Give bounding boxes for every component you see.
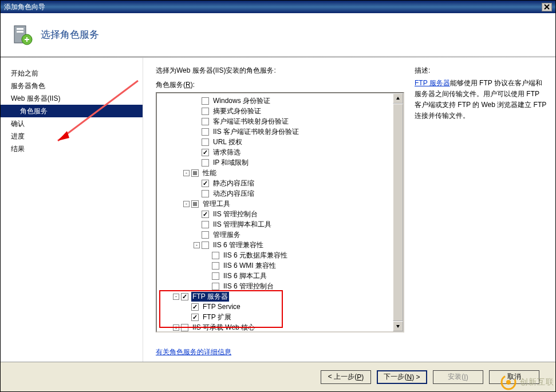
checkbox[interactable] (181, 324, 188, 331)
tree-row[interactable]: 请求筛选 (157, 147, 393, 157)
checkbox[interactable] (212, 252, 219, 259)
expand-icon[interactable]: + (173, 324, 179, 331)
collapse-icon[interactable]: - (183, 201, 190, 207)
tree-item-label: IIS 管理脚本和工具 (212, 220, 273, 229)
tree-item-label: 管理服务 (212, 230, 242, 240)
tree-item-label: FTP 扩展 (202, 312, 232, 322)
tree-row[interactable]: IIS 6 WMI 兼容性 (157, 260, 393, 271)
tree-item-label: 静态内容压缩 (212, 179, 255, 188)
watermark-icon (500, 374, 516, 390)
tree-row[interactable]: FTP Service (157, 302, 393, 312)
checkbox[interactable] (191, 200, 199, 208)
tree-row[interactable]: IIS 6 脚本工具 (157, 271, 393, 281)
sidebar-item[interactable]: 确认 (1, 117, 143, 130)
collapse-icon[interactable]: - (183, 170, 190, 176)
sidebar-item[interactable]: 结果 (1, 142, 143, 155)
sidebar-item[interactable]: 进度 (1, 130, 143, 142)
tree-wrapper: Windows 身份验证摘要式身份验证客户端证书映射身份验证IIS 客户端证书映… (156, 92, 404, 340)
intro-text: 选择为Web 服务器(IIS)安装的角色服务: (156, 66, 404, 76)
checkbox[interactable] (202, 241, 209, 249)
list-label: 角色服务(R): (156, 80, 404, 90)
checkbox[interactable] (202, 211, 209, 218)
sidebar-item[interactable]: 角色服务 (1, 105, 143, 117)
prev-button[interactable]: < 上一步(P) (321, 370, 371, 384)
tree-row[interactable]: IIS 管理脚本和工具 (157, 219, 393, 229)
title-bar: 添加角色向导 (1, 1, 555, 13)
sidebar-item[interactable]: Web 服务器(IIS) (1, 92, 143, 105)
tree-item-label: 管理工具 (202, 199, 231, 209)
checkbox[interactable] (202, 180, 209, 187)
tree-item-label: 请求筛选 (212, 148, 242, 157)
tree-item-label: 摘要式身份验证 (212, 106, 262, 116)
checkbox[interactable] (181, 293, 188, 300)
tree-row[interactable]: 摘要式身份验证 (157, 106, 393, 116)
body: 开始之前服务器角色Web 服务器(IIS)角色服务确认进度结果 选择为Web 服… (1, 58, 555, 362)
checkbox[interactable] (202, 159, 209, 167)
checkbox[interactable] (202, 108, 209, 115)
svg-marker-6 (396, 97, 400, 100)
checkbox[interactable] (212, 262, 219, 270)
tree-row[interactable]: +IIS 可承载 Web 核心 (157, 322, 393, 331)
tree-row[interactable]: IIS 管理控制台 (157, 209, 393, 219)
scroll-up[interactable] (393, 93, 403, 104)
tree-row[interactable]: -IIS 6 管理兼容性 (157, 240, 393, 250)
header-band: 选择角色服务 (1, 13, 555, 57)
tree-item-label: URL 授权 (212, 137, 243, 147)
tree-item-label: IIS 6 WMI 兼容性 (222, 261, 277, 271)
wizard-window: 添加角色向导 选择角色服务 开始之前服务器角色Web 服务器(IIS)角色服务确… (0, 0, 556, 392)
checkbox[interactable] (202, 149, 209, 156)
tree-row[interactable]: Windows 身份验证 (157, 96, 393, 106)
checkbox[interactable] (212, 283, 219, 290)
tree-item-label: 客户端证书映射身份验证 (212, 117, 290, 126)
scrollbar[interactable] (393, 93, 403, 331)
role-services-tree[interactable]: Windows 身份验证摘要式身份验证客户端证书映射身份验证IIS 客户端证书映… (157, 93, 393, 331)
tree-row[interactable]: 管理服务 (157, 229, 393, 240)
tree-row[interactable]: IIS 6 管理控制台 (157, 281, 393, 291)
description-column: 描述: FTP 服务器能够使用 FTP 协议在客户端和服务器之间传输文件。用户可… (404, 66, 547, 357)
form-column: 选择为Web 服务器(IIS)安装的角色服务: 角色服务(R): Windows… (156, 66, 404, 357)
checkbox[interactable] (202, 231, 209, 239)
tree-row[interactable]: -性能 (157, 168, 393, 178)
tree-row[interactable]: IIS 客户端证书映射身份验证 (157, 126, 393, 137)
close-button[interactable] (542, 3, 552, 11)
checkbox[interactable] (202, 118, 209, 125)
tree-row[interactable]: -FTP 服务器 (157, 291, 393, 302)
window-title: 添加角色向导 (4, 2, 45, 12)
tree-row[interactable]: IP 和域限制 (157, 157, 393, 168)
collapse-icon[interactable]: - (173, 294, 179, 300)
svg-point-9 (506, 380, 511, 385)
tree-row[interactable]: IIS 6 元数据库兼容性 (157, 250, 393, 260)
scroll-down[interactable] (393, 321, 403, 331)
tree-row[interactable]: URL 授权 (157, 137, 393, 147)
sidebar-item[interactable]: 服务器角色 (1, 80, 143, 92)
description-link[interactable]: FTP 服务器 (415, 79, 450, 87)
checkbox[interactable] (212, 272, 219, 280)
tree-item-label: IIS 6 脚本工具 (222, 271, 268, 281)
tree-item-label: IIS 可承载 Web 核心 (191, 323, 256, 332)
checkbox[interactable] (191, 303, 199, 311)
checkbox[interactable] (202, 138, 209, 146)
checkbox[interactable] (191, 314, 199, 321)
tree-item-label: 性能 (202, 168, 218, 178)
details-link[interactable]: 有关角色服务的详细信息 (156, 348, 231, 356)
checkbox[interactable] (202, 128, 209, 136)
tree-item-label: IP 和域限制 (212, 158, 250, 168)
next-button[interactable]: 下一步(N) > (377, 370, 427, 384)
svg-rect-1 (17, 28, 23, 30)
tree-row[interactable]: 动态内容压缩 (157, 188, 393, 199)
tree-row[interactable]: 静态内容压缩 (157, 178, 393, 188)
sidebar-item[interactable]: 开始之前 (1, 67, 143, 80)
tree-row[interactable]: FTP 扩展 (157, 312, 393, 322)
tree-row[interactable]: 客户端证书映射身份验证 (157, 116, 393, 126)
checkbox[interactable] (202, 190, 209, 197)
checkbox[interactable] (202, 97, 209, 105)
tree-item-label: Windows 身份验证 (212, 96, 271, 106)
checkbox[interactable] (191, 169, 199, 177)
tree-row[interactable]: -管理工具 (157, 199, 393, 209)
collapse-icon[interactable]: - (194, 242, 200, 248)
scroll-thumb[interactable] (393, 104, 403, 321)
description-title: 描述: (415, 66, 547, 76)
tree-item-label: IIS 6 管理控制台 (222, 282, 275, 291)
tree-item-label: IIS 6 管理兼容性 (212, 240, 265, 250)
checkbox[interactable] (202, 221, 209, 228)
